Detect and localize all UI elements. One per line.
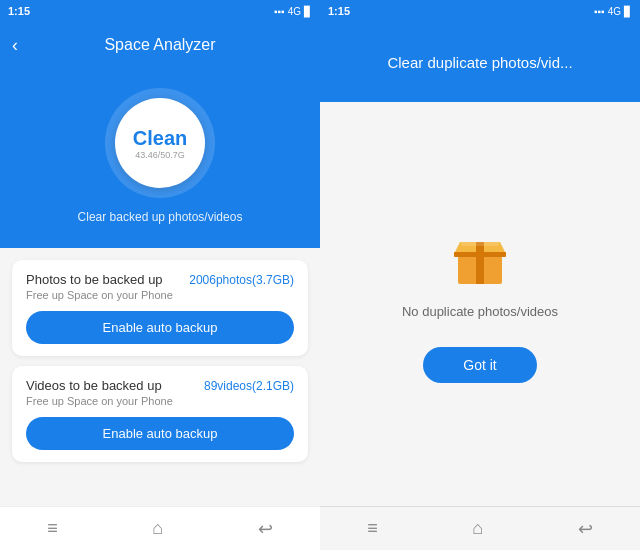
clean-circle: Clean 43.46/50.7G [105,88,215,198]
photos-card: Photos to be backed up 2006photos(3.7GB)… [12,260,308,356]
status-bar-left: 1:15 ▪▪▪ 4G ▊ [0,0,320,22]
hero-subtitle: Clear backed up photos/videos [78,210,243,224]
photos-sub: Free up Space on your Phone [26,289,294,301]
time-right: 1:15 [328,5,350,17]
nav-bar-left: ≡ ⌂ ↩ [0,506,320,550]
svg-rect-4 [476,242,484,284]
phone-left: 1:15 ▪▪▪ 4G ▊ ‹ Space Analyzer Clean 43.… [0,0,320,550]
got-it-button[interactable]: Got it [423,347,536,383]
page-title-left: Space Analyzer [104,36,215,54]
hero-section: Clean 43.46/50.7G Clear backed up photos… [0,68,320,248]
videos-label: Videos to be backed up [26,378,162,393]
right-content: No duplicate photos/videos Got it [320,102,640,506]
back-button[interactable]: ‹ [12,35,18,56]
videos-card-row: Videos to be backed up 89videos(2.1GB) [26,378,294,393]
size-label: 43.46/50.7G [135,150,185,160]
svg-marker-5 [460,242,500,246]
time-left: 1:15 [8,5,30,17]
photos-count: 2006photos(3.7GB) [189,273,294,287]
videos-card: Videos to be backed up 89videos(2.1GB) F… [12,366,308,462]
videos-count: 89videos(2.1GB) [204,379,294,393]
no-duplicate-text: No duplicate photos/videos [402,304,558,319]
phone-right: 1:15 ▪▪▪ 4G ▊ Clear duplicate photos/vid… [320,0,640,550]
wifi-icon-right: 4G [608,6,621,17]
enable-auto-backup-photos-button[interactable]: Enable auto backup [26,311,294,344]
status-icons-left: ▪▪▪ 4G ▊ [274,6,312,17]
battery-icon-left: ▊ [304,6,312,17]
header-right: Clear duplicate photos/vid... [320,22,640,102]
clean-label: Clean [133,127,187,150]
nav-bar-right: ≡ ⌂ ↩ [320,506,640,550]
home-icon-right[interactable]: ⌂ [472,518,483,539]
photos-card-row: Photos to be backed up 2006photos(3.7GB) [26,272,294,287]
wifi-icon-left: 4G [288,6,301,17]
signal-icon-left: ▪▪▪ [274,6,285,17]
signal-icon-right: ▪▪▪ [594,6,605,17]
status-icons-right: ▪▪▪ 4G ▊ [594,6,632,17]
back-icon-left[interactable]: ↩ [258,518,273,540]
header-left: ‹ Space Analyzer [0,22,320,68]
home-icon-left[interactable]: ⌂ [152,518,163,539]
battery-icon-right: ▊ [624,6,632,17]
enable-auto-backup-videos-button[interactable]: Enable auto backup [26,417,294,450]
page-title-right: Clear duplicate photos/vid... [387,54,572,71]
menu-icon-right[interactable]: ≡ [367,518,378,539]
back-icon-right[interactable]: ↩ [578,518,593,540]
status-bar-right: 1:15 ▪▪▪ 4G ▊ [320,0,640,22]
package-icon [448,226,512,290]
cards-section: Photos to be backed up 2006photos(3.7GB)… [0,248,320,506]
menu-icon-left[interactable]: ≡ [47,518,58,539]
videos-sub: Free up Space on your Phone [26,395,294,407]
photos-label: Photos to be backed up [26,272,163,287]
circle-inner: Clean 43.46/50.7G [115,98,205,188]
